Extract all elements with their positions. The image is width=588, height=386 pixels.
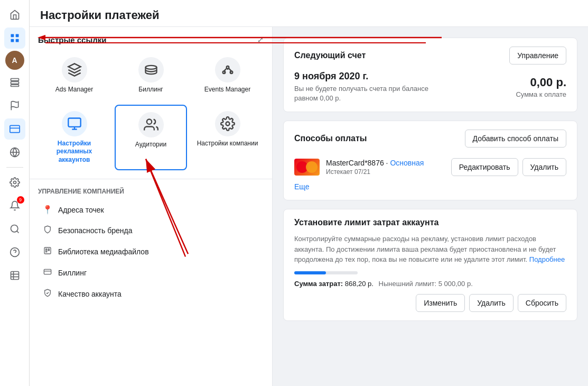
account-quality-label: Качество аккаунта [58,290,122,298]
avatar-icon[interactable]: A [5,51,24,70]
svg-rect-8 [10,125,19,132]
payment-name: MasterCard*8876 · Основная [326,159,445,167]
limit-description: Контролируйте суммарные расходы на рекла… [294,234,566,265]
management-item-media-library[interactable]: Библиотека медиафайлов [38,241,264,262]
spending-limit-header: Установите лимит затрат аккаунта [294,218,566,227]
quick-links-grid: Ads Manager Биллинг [38,51,264,170]
management-title: Управление компанией [38,188,264,195]
bill-left: 9 ноября 2020 г. Вы не будете получать с… [294,71,442,103]
add-payment-button[interactable]: Добавить способ оплаты [465,130,566,148]
delete-limit-button[interactable]: Удалить [469,294,513,312]
svg-rect-17 [11,272,18,280]
svg-rect-34 [44,270,51,274]
svg-point-12 [13,181,16,184]
next-bill-info: 9 ноября 2020 г. Вы не будете получать с… [294,71,566,103]
bill-amount: 0,00 р. Сумма к оплате [516,76,566,98]
management-section: Управление компанией 📍 Адреса точек Безо… [30,179,272,313]
more-link-details[interactable]: Подробнее [529,255,565,263]
next-bill-title: Следующий счет [294,51,366,60]
svg-point-23 [226,66,229,69]
sidebar-divider [6,167,23,168]
flag-icon[interactable] [4,95,25,116]
settings-icon[interactable] [4,172,25,193]
billing-mgmt-icon [42,268,53,278]
svg-rect-33 [48,249,49,251]
quick-link-audiences[interactable]: Аудитории [115,105,187,171]
audiences-label: Аудитории [135,141,166,149]
management-item-billing[interactable]: Биллинг [38,262,264,283]
help-icon[interactable] [4,242,25,263]
left-panel: Быстрые ссылки ⤢ Ads Manager [30,27,273,386]
management-item-brand-safety[interactable]: Безопасность бренда [38,220,264,241]
progress-bar-fill [294,271,326,274]
ads-manager-label: Ads Manager [55,86,93,94]
management-item-locations[interactable]: 📍 Адреса точек [38,199,264,220]
quick-link-billing[interactable]: Биллинг [115,51,187,100]
locations-label: Адреса точек [58,206,104,214]
svg-point-30 [226,122,229,125]
manage-button[interactable]: Управление [509,47,566,65]
svg-rect-4 [11,79,18,81]
progress-bar-container [294,271,358,274]
bill-amount-label: Сумма к оплате [516,90,566,98]
card-name: MasterCard*8876 · [326,159,390,167]
account-quality-icon [42,289,53,299]
primary-label: Основная [390,159,424,167]
payment-methods-header: Способы оплаты Добавить способ оплаты [294,130,566,148]
limit-text: Нынешний лимит: 5 000,00 р. [379,280,473,288]
bill-date: 9 ноября 2020 г. [294,71,442,82]
svg-point-22 [145,66,156,69]
events-manager-label: Events Manager [204,86,250,94]
payment-expiry: Истекает 07/21 [326,168,445,176]
billing-icon [138,57,164,82]
sidebar: A [0,0,30,386]
ad-account-settings-icon [62,111,87,136]
svg-rect-6 [11,85,18,86]
expand-icon[interactable]: ⤢ [257,35,264,44]
quick-link-ads-manager[interactable]: Ads Manager [38,51,110,100]
billing-label: Биллинг [138,86,163,94]
delete-payment-button[interactable]: Удалить [522,158,566,176]
events-manager-icon [215,57,240,82]
table-icon[interactable] [4,265,25,286]
audiences-icon [138,112,164,137]
next-bill-card: Следующий счет Управление 9 ноября 2020 … [283,38,577,112]
svg-rect-1 [15,34,18,38]
media-library-icon [42,246,53,257]
payment-icon[interactable] [4,118,25,140]
svg-line-14 [16,231,18,233]
svg-point-29 [146,119,151,124]
payment-methods-title: Способы оплаты [294,134,367,143]
svg-point-13 [11,225,17,232]
home-icon[interactable] [4,4,25,25]
campaign-icon[interactable] [4,72,25,93]
globe-icon[interactable] [4,142,25,163]
notification-icon[interactable]: 9 [4,195,25,216]
management-item-account-quality[interactable]: Качество аккаунта [38,283,264,305]
quick-link-events-manager[interactable]: Events Manager [191,51,264,100]
grid-icon[interactable] [4,27,25,49]
svg-marker-21 [68,63,80,70]
svg-rect-3 [15,39,18,42]
edit-payment-button[interactable]: Редактировать [451,158,518,176]
reset-limit-button[interactable]: Сбросить [518,294,566,312]
main-content: Настройки платежей Быстрые ссылки ⤢ [30,0,588,386]
page-header: Настройки платежей [30,0,588,27]
ad-account-settings-label: Настройки рекламных аккаунтов [42,140,106,164]
payment-actions: Редактировать Удалить [451,158,566,176]
content-area: Быстрые ссылки ⤢ Ads Manager [30,27,588,386]
spent-label: Сумма затрат: [294,280,343,288]
ads-manager-icon [62,57,87,82]
quick-links-title: Быстрые ссылки [38,35,264,44]
change-limit-button[interactable]: Изменить [416,294,465,312]
payment-info: MasterCard*8876 · Основная Истекает 07/2… [326,159,445,176]
search-icon[interactable] [4,218,25,240]
quick-link-company-settings[interactable]: Настройки компании [191,105,264,171]
more-link[interactable]: Еще [294,182,310,191]
payment-methods-card: Способы оплаты Добавить способ оплаты Ma… [283,121,577,200]
quick-link-ad-account-settings[interactable]: Настройки рекламных аккаунтов [38,105,110,171]
quick-links-section: Быстрые ссылки ⤢ Ads Manager [30,27,272,179]
notification-badge: 9 [17,196,24,204]
spending-amounts: Сумма затрат: 868,20 р. Нынешний лимит: … [294,280,566,288]
next-bill-header: Следующий счет Управление [294,47,566,65]
